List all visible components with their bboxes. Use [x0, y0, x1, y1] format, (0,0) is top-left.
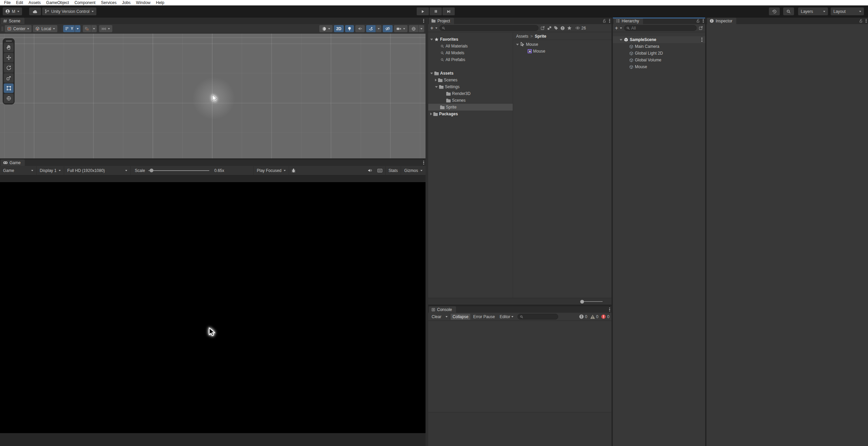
tab-hierarchy[interactable]: Hierarchy: [614, 18, 643, 24]
console-detail-pane[interactable]: [428, 413, 611, 446]
mute-audio-button[interactable]: [365, 168, 375, 173]
menu-edit[interactable]: Edit: [13, 0, 26, 5]
stats-toggle[interactable]: Stats: [385, 166, 401, 175]
grid-visibility-menu[interactable]: [75, 25, 80, 32]
grid-visibility-toggle[interactable]: Y: [63, 25, 75, 32]
create-asset-button[interactable]: +: [430, 26, 433, 30]
tree-item-favorites[interactable]: Favorites: [428, 36, 513, 43]
hierarchy-item-global-volume[interactable]: Global Volume: [613, 57, 705, 63]
expander-icon[interactable]: [430, 39, 433, 40]
expander-icon[interactable]: [430, 113, 432, 115]
pause-button[interactable]: [430, 7, 442, 15]
scale-slider[interactable]: [148, 170, 209, 171]
error-pause-toggle[interactable]: Error Pause: [471, 314, 497, 320]
tree-item-settings-scenes[interactable]: Scenes: [428, 97, 513, 104]
menu-assets[interactable]: Assets: [26, 0, 43, 5]
gizmos-dropdown[interactable]: Gizmos: [401, 166, 426, 175]
tab-inspector[interactable]: Inspector: [707, 18, 736, 24]
debug-button[interactable]: [289, 168, 298, 173]
move-tool-button[interactable]: [4, 53, 14, 62]
breadcrumb-root[interactable]: Assets: [516, 34, 528, 39]
display-dropdown[interactable]: Display 1: [37, 166, 64, 175]
search-button[interactable]: [783, 7, 794, 15]
hierarchy-item-global-light-2d[interactable]: Global Light 2D: [613, 50, 705, 57]
inspector-menu-icon[interactable]: [866, 19, 867, 23]
menu-window[interactable]: Window: [133, 0, 153, 5]
menu-jobs[interactable]: Jobs: [119, 0, 133, 5]
expander-icon[interactable]: [516, 44, 519, 45]
toolstrip-drag-handle[interactable]: [6, 41, 12, 41]
warning-count-toggle[interactable]: 0: [590, 314, 599, 319]
transform-tool-button[interactable]: [4, 94, 14, 103]
error-count-toggle[interactable]: 0: [601, 314, 609, 319]
undo-history-button[interactable]: [769, 7, 780, 15]
search-by-type-button[interactable]: [547, 26, 552, 30]
create-asset-menu[interactable]: [435, 27, 437, 29]
menu-help[interactable]: Help: [153, 0, 167, 5]
scale-slider-knob[interactable]: [150, 169, 153, 172]
snap-increment-dropdown[interactable]: [99, 25, 112, 32]
menu-services[interactable]: Services: [98, 0, 119, 5]
tree-item-sprite[interactable]: Sprite: [428, 104, 513, 111]
create-object-menu[interactable]: [620, 27, 622, 29]
project-menu-icon[interactable]: [609, 19, 610, 23]
tree-item-assets[interactable]: Assets: [428, 70, 513, 77]
project-search-input[interactable]: [447, 26, 536, 31]
grid-snap-toggle[interactable]: [83, 25, 91, 32]
vsync-grid-button[interactable]: [375, 169, 385, 173]
layout-dropdown[interactable]: Layout: [831, 7, 864, 15]
game-menu-icon[interactable]: [423, 161, 424, 165]
tree-item-packages[interactable]: Packages: [428, 111, 513, 117]
resolution-dropdown[interactable]: Full HD (1920x1080): [64, 166, 131, 175]
clear-menu[interactable]: [444, 314, 449, 320]
unlock-icon[interactable]: [696, 19, 700, 23]
scene-camera-dropdown[interactable]: [394, 25, 408, 32]
menu-gameobject[interactable]: GameObject: [43, 0, 72, 5]
menu-file[interactable]: File: [1, 0, 13, 5]
collapse-toggle[interactable]: Collapse: [451, 314, 471, 320]
2d-mode-toggle[interactable]: 2D: [334, 25, 344, 32]
create-object-button[interactable]: +: [615, 26, 618, 30]
scene-viewport[interactable]: [0, 34, 426, 158]
tool-orientation-dropdown[interactable]: Local: [33, 25, 57, 32]
search-importance-button[interactable]: [560, 26, 565, 31]
tree-item-all-models[interactable]: All Models: [428, 50, 513, 56]
scene-options-icon[interactable]: [701, 38, 702, 42]
scene-gizmo-button[interactable]: [409, 25, 418, 32]
game-viewport[interactable]: [0, 182, 426, 433]
thumbnail-size-knob[interactable]: [580, 300, 584, 304]
hierarchy-menu-icon[interactable]: [703, 19, 704, 23]
console-search-input[interactable]: [525, 314, 556, 319]
expander-icon[interactable]: [435, 86, 438, 88]
hand-tool-button[interactable]: [4, 43, 14, 52]
scene-audio-toggle[interactable]: [355, 25, 365, 32]
unlock-icon[interactable]: [602, 19, 606, 23]
thumbnail-size-slider[interactable]: [580, 301, 603, 302]
tree-item-all-prefabs[interactable]: All Prefabs: [428, 56, 513, 63]
scene-menu-icon[interactable]: [423, 19, 424, 23]
hierarchy-item-mouse[interactable]: Mouse: [613, 63, 705, 70]
expander-icon[interactable]: [620, 39, 622, 41]
rotate-tool-button[interactable]: [4, 63, 14, 73]
scale-tool-button[interactable]: [4, 73, 14, 83]
asset-item-mouse-sprite[interactable]: Mouse: [513, 48, 611, 55]
scene-gizmo-menu[interactable]: [419, 25, 424, 32]
clear-button[interactable]: Clear: [430, 314, 444, 320]
tab-console[interactable]: Console: [429, 306, 456, 313]
console-menu-icon[interactable]: [609, 308, 610, 312]
play-focused-dropdown[interactable]: Play Focused: [253, 166, 289, 175]
step-button[interactable]: [442, 7, 455, 15]
hierarchy-item-main-camera[interactable]: Main Camera: [613, 43, 705, 50]
asset-item-mouse[interactable]: Mouse: [513, 41, 611, 48]
grid-snap-menu[interactable]: [91, 25, 97, 32]
hierarchy-search-input[interactable]: [631, 26, 694, 31]
scene-effects-menu[interactable]: [376, 25, 381, 32]
menu-component[interactable]: Component: [72, 0, 98, 5]
expander-icon[interactable]: [430, 73, 433, 74]
tab-project[interactable]: Project: [429, 18, 454, 24]
unlock-icon[interactable]: [859, 19, 863, 23]
hierarchy-search-field[interactable]: [624, 25, 697, 31]
tab-scene[interactable]: Scene: [1, 18, 24, 24]
version-control-dropdown[interactable]: Unity Version Control: [42, 7, 96, 15]
scene-effects-toggle[interactable]: [366, 25, 376, 32]
